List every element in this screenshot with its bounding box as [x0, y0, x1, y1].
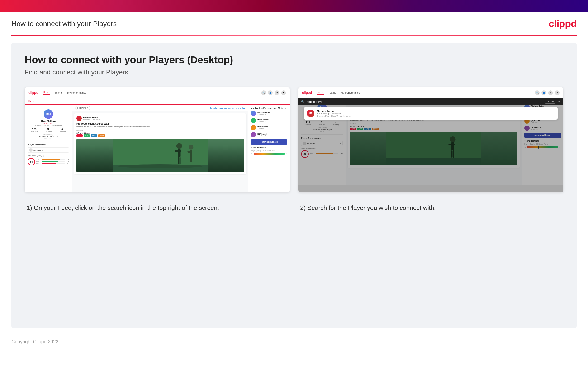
nav-item-teams[interactable]: Teams: [55, 91, 62, 94]
search-result-club: Cypress Point Club, United Kingdom: [317, 115, 351, 117]
people-icon-2[interactable]: 👤: [542, 90, 546, 95]
nav-item-home[interactable]: Home: [43, 91, 50, 95]
quality-section: Total Player Quality ⓘ 84 OTT: [27, 155, 69, 166]
info-icon: ⓘ: [43, 155, 44, 157]
main-subtitle: Find and connect with your Players: [25, 68, 563, 76]
player-item-4: Eli Vincent Activities: 1: [251, 132, 287, 138]
svg-rect-10: [188, 151, 192, 153]
player-item-1: Richard Butler Activities: 7: [251, 111, 287, 116]
nav-item-teams-2[interactable]: Teams: [328, 91, 336, 94]
player-avatar-piers: [251, 118, 256, 123]
svg-rect-5: [175, 150, 181, 152]
player-selector[interactable]: Eli Vincent ▾: [27, 147, 69, 153]
activity-duration-label: Duration: [77, 129, 244, 131]
left-panel-1: BM Blair McHarg Golf Coach Mill Ride Gol…: [25, 105, 72, 192]
feed-tab-item[interactable]: Feed: [28, 100, 35, 104]
people-icon[interactable]: 👤: [268, 90, 273, 95]
activity-card: Richard Butler Yesterday · The Grove Pre…: [74, 113, 246, 175]
middle-panel-1: Following ▾ Control who can see your act…: [72, 105, 248, 192]
nav-item-performance-2[interactable]: My Performance: [341, 91, 360, 94]
nav-item-performance[interactable]: My Performance: [67, 91, 87, 94]
ott-bar-fill: [42, 159, 60, 160]
activity-header: Richard Butler Yesterday · The Grove: [77, 116, 244, 121]
tag-putt: PUTT: [98, 134, 105, 137]
team-dashboard-button[interactable]: Team Dashboard: [251, 139, 287, 145]
player-acts-richard: Activities: 7: [257, 114, 271, 115]
heatmap-subtitle: Player Quality · 20 Round Trend: [251, 150, 287, 151]
profile-title-text: Golf Coach: [27, 122, 69, 125]
svg-point-8: [189, 145, 193, 149]
screenshot-2: clippd Home Teams My Performance 🔍 👤 ⚙ ●: [298, 87, 563, 192]
svg-rect-11: [190, 156, 191, 162]
arg-bar-fill: [42, 163, 56, 164]
footer: Copyright Clippd 2022: [0, 335, 588, 348]
feed-tab-bar: Feed: [25, 98, 290, 105]
search-input[interactable]: Marcus Turner: [307, 100, 543, 103]
activity-person-sub: Yesterday · The Grove: [83, 119, 244, 120]
search-icon-2[interactable]: 🔍: [535, 90, 540, 95]
close-icon[interactable]: ✕: [557, 99, 561, 104]
player-avatar-eli: [251, 132, 256, 138]
app-nav-2: clippd Home Teams My Performance 🔍 👤 ⚙ ●: [298, 87, 563, 98]
heatmap-marker: [264, 152, 265, 155]
svg-rect-12: [191, 156, 192, 162]
activity-image-svg: [77, 139, 244, 172]
tag-app: APP: [84, 134, 90, 137]
settings-icon-2[interactable]: ⚙: [548, 90, 553, 95]
app-logo-2: clippd: [302, 91, 312, 95]
header-title: How to connect with your Players: [11, 20, 117, 28]
ott-bar-row: OTT 79: [36, 159, 69, 160]
app-nav-1: clippd Home Teams My Performance 🔍 👤 ⚙ ●: [25, 87, 290, 98]
player-performance-section: Player Performance Eli Vincent ▾ Total P…: [27, 144, 69, 166]
chevron-down-icon-following: ▾: [87, 107, 88, 109]
quality-row: 84 OTT 79: [27, 158, 69, 166]
logo: clippd: [549, 18, 577, 29]
avatar: BM: [44, 109, 53, 119]
search-results-container: MT Marcus Turner 1-5 Handicap · Yesterda…: [298, 105, 563, 121]
player-acts-hiral: Activities: 3: [257, 128, 268, 129]
activity-desc: Walking the course with my coach to buil…: [77, 126, 244, 128]
player-avatar-richard: [251, 111, 256, 116]
player-performance-title: Player Performance: [27, 144, 69, 146]
svg-rect-9: [190, 149, 192, 156]
player-name-eli: Eli Vincent: [257, 133, 267, 135]
team-heatmap-title: Team Heatmap: [251, 147, 287, 149]
heatmap-low-label: -5: [251, 153, 253, 155]
player-acts-eli: Activities: 1: [257, 135, 267, 137]
search-result-handicap: 1-5 Handicap · Yesterday: [317, 112, 351, 115]
clear-button[interactable]: CLEAR: [545, 100, 555, 104]
search-bar-overlay: 🔍 Marcus Turner CLEAR ✕: [298, 98, 563, 105]
tag-arg: ARG: [91, 134, 97, 137]
search-icon[interactable]: 🔍: [261, 90, 266, 95]
settings-icon[interactable]: ⚙: [274, 90, 279, 95]
search-result-avatar: MT: [307, 110, 315, 117]
main-title: How to connect with your Players (Deskto…: [25, 54, 563, 66]
search-overlay: 🔍 Marcus Turner CLEAR ✕ MT Marcus Turner…: [298, 98, 563, 121]
followers-stat: 3 Followers: [45, 128, 52, 132]
search-magnifier-icon: 🔍: [301, 100, 305, 103]
search-result-name: Marcus Turner: [317, 110, 351, 112]
footer-copyright: Copyright Clippd 2022: [11, 339, 58, 344]
caption-step2: 2) Search for the Player you wish to con…: [298, 203, 563, 212]
nav-item-home-2[interactable]: Home: [316, 91, 324, 95]
active-players-title: Most Active Players - Last 30 days: [251, 107, 287, 109]
activity-duration-val: 02 hr : 00 min: [77, 132, 244, 134]
player-item-2: Piers Parnell Activities: 4: [251, 118, 287, 123]
avatar-icon[interactable]: ●: [281, 90, 286, 95]
svg-rect-7: [180, 157, 181, 164]
following-stat: 4 Following: [59, 128, 66, 132]
activity-title: Pre Tournament Course Walk: [77, 122, 244, 125]
search-result-item[interactable]: MT Marcus Turner 1-5 Handicap · Yesterda…: [304, 107, 558, 120]
app-bar-row: APP 70: [36, 161, 69, 162]
avatar-icon-2[interactable]: ●: [555, 90, 560, 95]
quality-label: Total Player Quality ⓘ: [27, 155, 69, 157]
app-screen-2: clippd Home Teams My Performance 🔍 👤 ⚙ ●: [298, 87, 563, 192]
main-content: How to connect with your Players (Deskto…: [11, 43, 577, 328]
control-link[interactable]: Control who can see your activity and da…: [210, 107, 245, 109]
app-body-1: BM Blair McHarg Golf Coach Mill Ride Gol…: [25, 105, 290, 192]
caption-grid: 1) On your Feed, click on the search ico…: [25, 203, 563, 212]
profile-club: Mill Ride Golf Club, United Kingdom: [27, 125, 69, 126]
following-button[interactable]: Following ▾: [75, 106, 90, 110]
player-selector-name: Eli Vincent: [34, 149, 66, 151]
app-nav-icons-2: 🔍 👤 ⚙ ●: [535, 90, 560, 95]
